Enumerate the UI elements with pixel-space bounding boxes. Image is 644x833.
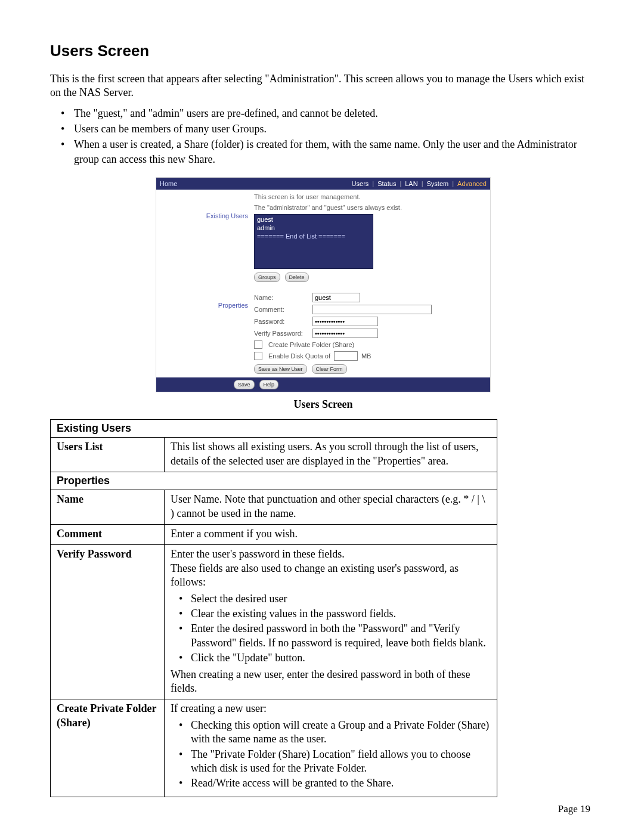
help-button[interactable]: Help <box>259 380 279 389</box>
table-row: Name User Name. Note that punctuation an… <box>51 490 497 525</box>
verify-password-field[interactable] <box>312 329 378 338</box>
intro-paragraph: This is the first screen that appears af… <box>50 72 596 100</box>
nav-home[interactable]: Home <box>160 180 177 187</box>
table-inner-item: Clear the existing values in the passwor… <box>191 607 491 621</box>
table-key: Users List <box>51 438 165 472</box>
list-item[interactable]: admin <box>257 224 370 233</box>
screenshot-figure: Home Users| Status| LAN| System| Advance… <box>50 177 596 411</box>
table-value: User Name. Note that punctuation and oth… <box>165 490 497 525</box>
screenshot-desc: This screen is for user management. <box>254 193 485 202</box>
table-row: Comment Enter a comment if you wish. <box>51 525 497 545</box>
table-value: If creating a new user: Checking this op… <box>165 699 497 797</box>
intro-bullet: The "guest," and "admin" users are pre-d… <box>74 106 596 120</box>
password-field[interactable] <box>312 317 378 326</box>
nav-advanced[interactable]: Advanced <box>457 180 487 187</box>
intro-bullet: Users can be members of many user Groups… <box>74 122 596 136</box>
enable-quota-checkbox[interactable] <box>254 352 262 360</box>
table-text: These fields are also used to change an … <box>171 562 491 590</box>
table-key: Verify Password <box>51 545 165 699</box>
name-field[interactable] <box>312 293 360 302</box>
page-number: Page 19 <box>558 803 590 815</box>
list-item[interactable]: guest <box>257 216 370 224</box>
screenshot-bottombar: Save Help <box>156 377 490 392</box>
table-value: This list shows all existing users. As y… <box>165 438 497 472</box>
enable-quota-label: Enable Disk Quota of <box>268 352 330 360</box>
screenshot-topbar: Home Users| Status| LAN| System| Advance… <box>156 178 490 190</box>
label-existing-users: Existing Users <box>159 212 248 219</box>
table-row: Users List This list shows all existing … <box>51 438 497 472</box>
table-inner-item: Select the desired user <box>191 592 491 606</box>
nav-links: Users| Status| LAN| System| Advanced <box>352 180 487 187</box>
reference-table: Existing Users Users List This list show… <box>50 419 497 797</box>
nav-users[interactable]: Users <box>352 180 369 187</box>
table-group-header: Properties <box>51 472 497 490</box>
table-text: If creating a new user: <box>171 702 491 716</box>
table-key: Create Private Folder (Share) <box>51 699 165 797</box>
screenshot-leftcol: Existing Users Properties <box>156 190 254 378</box>
nav-lan[interactable]: LAN <box>405 180 417 187</box>
list-button-row: Groups Delete <box>254 272 485 282</box>
nav-system[interactable]: System <box>427 180 449 187</box>
list-end-of-list: ======= End of List ======= <box>257 233 370 241</box>
table-inner-item: Checking this option will create a Group… <box>191 719 491 747</box>
document-page: Users Screen This is the first screen th… <box>0 0 644 833</box>
save-as-new-user-button[interactable]: Save as New User <box>254 364 307 374</box>
create-private-label: Create Private Folder (Share) <box>268 341 354 348</box>
table-group-header: Existing Users <box>51 420 497 438</box>
table-text: Enter the user's password in these field… <box>171 547 491 561</box>
table-row: Verify Password Enter the user's passwor… <box>51 545 497 699</box>
page-title: Users Screen <box>50 42 596 60</box>
save-button[interactable]: Save <box>234 380 255 389</box>
table-key: Name <box>51 490 165 525</box>
groups-button[interactable]: Groups <box>254 272 280 282</box>
intro-bullet-list: The "guest," and "admin" users are pre-d… <box>50 106 596 166</box>
screenshot-rightcol: This screen is for user management. The … <box>254 190 490 378</box>
table-row: Create Private Folder (Share) If creatin… <box>51 699 497 797</box>
table-text: When creating a new user, enter the desi… <box>171 668 491 696</box>
delete-button[interactable]: Delete <box>285 272 309 282</box>
password-label: Password: <box>254 318 309 325</box>
users-listbox[interactable]: guest admin ======= End of List ======= <box>254 214 373 269</box>
table-key: Comment <box>51 525 165 545</box>
screenshot-desc: The "administrator" and "guest" users al… <box>254 204 485 212</box>
form-button-row: Save as New User Clear Form <box>254 364 485 374</box>
table-inner-item: Click the "Update" button. <box>191 651 491 665</box>
table-inner-item: The "Private Folder (Share) Location" fi… <box>191 748 491 776</box>
table-inner-item: Enter the desired password in both the "… <box>191 622 491 650</box>
table-value: Enter the user's password in these field… <box>165 545 497 699</box>
verify-password-label: Verify Password: <box>254 330 309 337</box>
clear-form-button[interactable]: Clear Form <box>312 364 347 374</box>
table-inner-item: Read/Write access will be granted to the… <box>191 776 491 790</box>
create-private-checkbox[interactable] <box>254 340 262 349</box>
figure-caption: Users Screen <box>293 398 352 411</box>
table-value: Enter a comment if you wish. <box>165 525 497 545</box>
quota-field[interactable] <box>334 351 358 361</box>
table-inner-list: Checking this option will create a Group… <box>171 719 491 791</box>
table-inner-list: Select the desired user Clear the existi… <box>171 592 491 665</box>
label-properties: Properties <box>159 302 248 309</box>
name-label: Name: <box>254 294 309 301</box>
screenshot: Home Users| Status| LAN| System| Advance… <box>156 177 491 393</box>
screenshot-body: Existing Users Properties This screen is… <box>156 190 490 378</box>
comment-field[interactable] <box>312 305 432 314</box>
quota-unit-label: MB <box>361 352 371 360</box>
intro-bullet: When a user is created, a Share (folder)… <box>74 137 596 166</box>
nav-status[interactable]: Status <box>377 180 396 187</box>
comment-label: Comment: <box>254 306 309 313</box>
